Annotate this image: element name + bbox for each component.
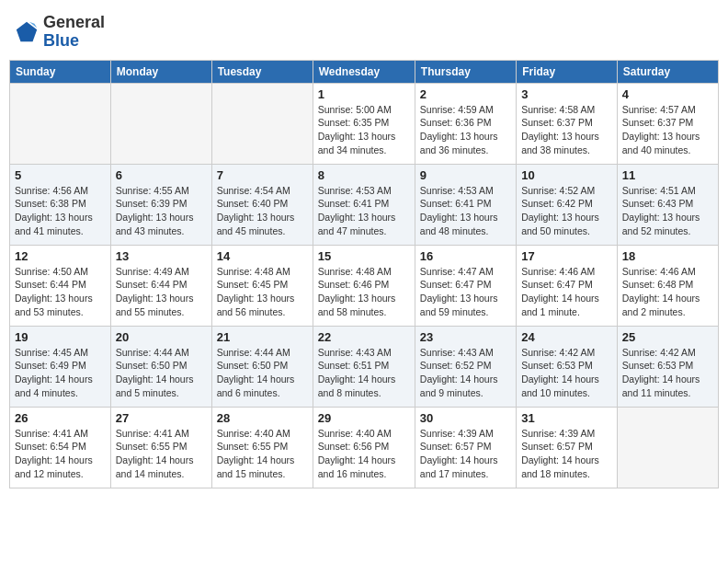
day-cell-18: 18Sunrise: 4:46 AMSunset: 6:48 PMDayligh…	[617, 245, 718, 326]
day-info: Sunrise: 4:56 AMSunset: 6:38 PMDaylight:…	[15, 184, 106, 238]
day-number: 3	[521, 87, 612, 101]
day-info: Sunrise: 4:39 AMSunset: 6:57 PMDaylight:…	[521, 427, 612, 481]
day-cell-7: 7Sunrise: 4:54 AMSunset: 6:40 PMDaylight…	[211, 164, 313, 245]
day-info: Sunrise: 4:40 AMSunset: 6:55 PMDaylight:…	[217, 427, 308, 481]
day-number: 1	[318, 87, 410, 101]
day-info: Sunrise: 4:39 AMSunset: 6:57 PMDaylight:…	[420, 427, 511, 481]
day-cell-4: 4Sunrise: 4:57 AMSunset: 6:37 PMDaylight…	[617, 83, 718, 164]
weekday-header-wednesday: Wednesday	[313, 60, 415, 83]
day-info: Sunrise: 4:55 AMSunset: 6:39 PMDaylight:…	[116, 184, 207, 238]
weekday-header-saturday: Saturday	[617, 60, 718, 83]
day-cell-26: 26Sunrise: 4:41 AMSunset: 6:54 PMDayligh…	[10, 407, 111, 488]
day-info: Sunrise: 4:52 AMSunset: 6:42 PMDaylight:…	[521, 184, 612, 238]
day-cell-16: 16Sunrise: 4:47 AMSunset: 6:47 PMDayligh…	[415, 245, 516, 326]
day-cell-31: 31Sunrise: 4:39 AMSunset: 6:57 PMDayligh…	[517, 407, 618, 488]
empty-cell	[211, 83, 313, 164]
day-cell-21: 21Sunrise: 4:44 AMSunset: 6:50 PMDayligh…	[211, 326, 313, 407]
logo-text: General Blue	[43, 14, 105, 51]
day-cell-17: 17Sunrise: 4:46 AMSunset: 6:47 PMDayligh…	[517, 245, 618, 326]
day-number: 6	[116, 168, 207, 182]
day-number: 9	[420, 168, 511, 182]
weekday-header-friday: Friday	[517, 60, 618, 83]
day-number: 10	[521, 168, 612, 182]
day-number: 2	[420, 87, 511, 101]
day-number: 21	[217, 330, 308, 344]
day-cell-24: 24Sunrise: 4:42 AMSunset: 6:53 PMDayligh…	[517, 326, 618, 407]
day-info: Sunrise: 4:45 AMSunset: 6:49 PMDaylight:…	[15, 346, 106, 400]
week-row-3: 12Sunrise: 4:50 AMSunset: 6:44 PMDayligh…	[10, 245, 719, 326]
weekday-header-sunday: Sunday	[10, 60, 111, 83]
calendar-table: SundayMondayTuesdayWednesdayThursdayFrid…	[9, 60, 719, 488]
day-cell-6: 6Sunrise: 4:55 AMSunset: 6:39 PMDaylight…	[110, 164, 211, 245]
day-info: Sunrise: 5:00 AMSunset: 6:35 PMDaylight:…	[318, 103, 410, 157]
day-info: Sunrise: 4:57 AMSunset: 6:37 PMDaylight:…	[622, 103, 713, 157]
day-cell-27: 27Sunrise: 4:41 AMSunset: 6:55 PMDayligh…	[110, 407, 211, 488]
empty-cell	[10, 83, 111, 164]
day-cell-29: 29Sunrise: 4:40 AMSunset: 6:56 PMDayligh…	[313, 407, 415, 488]
day-info: Sunrise: 4:47 AMSunset: 6:47 PMDaylight:…	[420, 265, 511, 319]
day-cell-22: 22Sunrise: 4:43 AMSunset: 6:51 PMDayligh…	[313, 326, 415, 407]
day-info: Sunrise: 4:48 AMSunset: 6:45 PMDaylight:…	[217, 265, 308, 319]
weekday-header-monday: Monday	[110, 60, 211, 83]
day-info: Sunrise: 4:42 AMSunset: 6:53 PMDaylight:…	[622, 346, 713, 400]
day-info: Sunrise: 4:48 AMSunset: 6:46 PMDaylight:…	[318, 265, 410, 319]
day-info: Sunrise: 4:54 AMSunset: 6:40 PMDaylight:…	[217, 184, 308, 238]
logo: General Blue	[14, 14, 105, 51]
day-number: 31	[521, 411, 612, 425]
logo-icon	[14, 19, 40, 45]
day-number: 17	[521, 249, 612, 263]
day-number: 27	[116, 411, 207, 425]
day-info: Sunrise: 4:43 AMSunset: 6:52 PMDaylight:…	[420, 346, 511, 400]
day-cell-13: 13Sunrise: 4:49 AMSunset: 6:44 PMDayligh…	[110, 245, 211, 326]
day-number: 16	[420, 249, 511, 263]
day-number: 19	[15, 330, 106, 344]
day-number: 22	[318, 330, 410, 344]
day-info: Sunrise: 4:50 AMSunset: 6:44 PMDaylight:…	[15, 265, 106, 319]
day-number: 20	[116, 330, 207, 344]
day-info: Sunrise: 4:46 AMSunset: 6:47 PMDaylight:…	[521, 265, 612, 319]
day-cell-12: 12Sunrise: 4:50 AMSunset: 6:44 PMDayligh…	[10, 245, 111, 326]
day-number: 26	[15, 411, 106, 425]
day-number: 23	[420, 330, 511, 344]
day-info: Sunrise: 4:53 AMSunset: 6:41 PMDaylight:…	[318, 184, 410, 238]
day-number: 4	[622, 87, 713, 101]
weekday-header-row: SundayMondayTuesdayWednesdayThursdayFrid…	[10, 60, 719, 83]
day-cell-14: 14Sunrise: 4:48 AMSunset: 6:45 PMDayligh…	[211, 245, 313, 326]
weekday-header-tuesday: Tuesday	[211, 60, 313, 83]
day-info: Sunrise: 4:41 AMSunset: 6:55 PMDaylight:…	[116, 427, 207, 481]
day-cell-30: 30Sunrise: 4:39 AMSunset: 6:57 PMDayligh…	[415, 407, 516, 488]
week-row-4: 19Sunrise: 4:45 AMSunset: 6:49 PMDayligh…	[10, 326, 719, 407]
day-info: Sunrise: 4:41 AMSunset: 6:54 PMDaylight:…	[15, 427, 106, 481]
day-info: Sunrise: 4:46 AMSunset: 6:48 PMDaylight:…	[622, 265, 713, 319]
day-cell-28: 28Sunrise: 4:40 AMSunset: 6:55 PMDayligh…	[211, 407, 313, 488]
day-number: 7	[217, 168, 308, 182]
day-cell-3: 3Sunrise: 4:58 AMSunset: 6:37 PMDaylight…	[517, 83, 618, 164]
week-row-5: 26Sunrise: 4:41 AMSunset: 6:54 PMDayligh…	[10, 407, 719, 488]
weekday-header-thursday: Thursday	[415, 60, 516, 83]
day-cell-10: 10Sunrise: 4:52 AMSunset: 6:42 PMDayligh…	[517, 164, 618, 245]
day-cell-9: 9Sunrise: 4:53 AMSunset: 6:41 PMDaylight…	[415, 164, 516, 245]
day-cell-15: 15Sunrise: 4:48 AMSunset: 6:46 PMDayligh…	[313, 245, 415, 326]
empty-cell	[617, 407, 718, 488]
day-number: 25	[622, 330, 713, 344]
day-cell-2: 2Sunrise: 4:59 AMSunset: 6:36 PMDaylight…	[415, 83, 516, 164]
day-info: Sunrise: 4:43 AMSunset: 6:51 PMDaylight:…	[318, 346, 410, 400]
day-number: 11	[622, 168, 713, 182]
week-row-1: 1Sunrise: 5:00 AMSunset: 6:35 PMDaylight…	[10, 83, 719, 164]
day-number: 14	[217, 249, 308, 263]
day-number: 8	[318, 168, 410, 182]
day-number: 13	[116, 249, 207, 263]
day-info: Sunrise: 4:58 AMSunset: 6:37 PMDaylight:…	[521, 103, 612, 157]
day-cell-1: 1Sunrise: 5:00 AMSunset: 6:35 PMDaylight…	[313, 83, 415, 164]
day-number: 18	[622, 249, 713, 263]
day-cell-20: 20Sunrise: 4:44 AMSunset: 6:50 PMDayligh…	[110, 326, 211, 407]
week-row-2: 5Sunrise: 4:56 AMSunset: 6:38 PMDaylight…	[10, 164, 719, 245]
day-number: 15	[318, 249, 410, 263]
day-cell-25: 25Sunrise: 4:42 AMSunset: 6:53 PMDayligh…	[617, 326, 718, 407]
day-cell-11: 11Sunrise: 4:51 AMSunset: 6:43 PMDayligh…	[617, 164, 718, 245]
day-number: 29	[318, 411, 410, 425]
day-info: Sunrise: 4:42 AMSunset: 6:53 PMDaylight:…	[521, 346, 612, 400]
day-info: Sunrise: 4:51 AMSunset: 6:43 PMDaylight:…	[622, 184, 713, 238]
day-cell-19: 19Sunrise: 4:45 AMSunset: 6:49 PMDayligh…	[10, 326, 111, 407]
day-cell-8: 8Sunrise: 4:53 AMSunset: 6:41 PMDaylight…	[313, 164, 415, 245]
